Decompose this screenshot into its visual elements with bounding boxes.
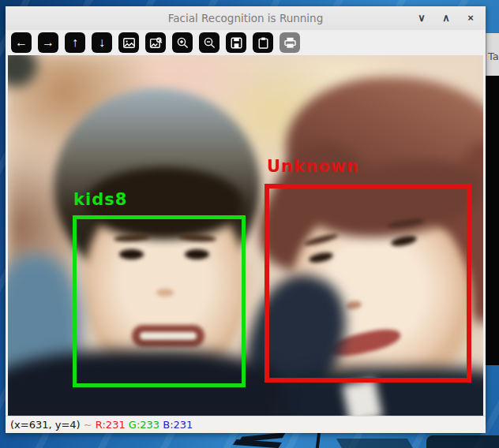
image-icon: [122, 36, 136, 50]
window-title: Facial Recognition is Running: [6, 12, 486, 24]
detection-box-unknown: [265, 184, 471, 383]
right-arrow-icon: →: [42, 36, 54, 49]
detection-label-kids8: kids8: [73, 190, 127, 209]
image-viewer-window: Facial Recognition is Running ∨ ∧ × ← → …: [6, 6, 486, 433]
zoom-in-button[interactable]: [172, 32, 193, 53]
up-button[interactable]: ↑: [65, 32, 85, 53]
print-button[interactable]: [280, 32, 300, 53]
zoom-in-icon: [176, 36, 189, 50]
up-arrow-icon: ↑: [72, 36, 78, 49]
green-value: G:233: [129, 419, 159, 431]
window-controls: ∨ ∧ ×: [415, 6, 478, 30]
status-bar: (x=631, y=4) ~ R:231 G:233 B:231: [6, 416, 486, 433]
red-value: R:231: [96, 419, 126, 431]
blue-value: B:231: [163, 419, 193, 431]
back-button[interactable]: ←: [11, 32, 32, 53]
printer-icon: [283, 36, 297, 50]
pixel-coordinates: (x=631, y=4): [10, 419, 81, 431]
background-window-title-fragment: Ta: [488, 50, 499, 62]
image-zoom-button[interactable]: [145, 32, 166, 53]
background-terminal-window-edge[interactable]: [486, 76, 499, 365]
detection-label-unknown: Unknown: [267, 157, 359, 176]
titlebar[interactable]: Facial Recognition is Running ∨ ∧ ×: [6, 6, 486, 30]
image-button[interactable]: [118, 32, 139, 53]
zoom-out-icon: [203, 36, 216, 50]
save-button[interactable]: [226, 32, 246, 53]
wallpaper-silhouette: [426, 435, 499, 448]
separator-tilde: ~: [84, 419, 92, 431]
image-zoom-icon: [149, 36, 163, 50]
photo-canvas[interactable]: kids8 Unknown: [8, 55, 483, 416]
shade-button[interactable]: ∨: [415, 11, 429, 25]
maximize-button[interactable]: ∧: [439, 11, 453, 25]
left-arrow-icon: ←: [15, 36, 28, 49]
clipboard-icon: [257, 36, 270, 50]
detection-box-kids8: [73, 215, 246, 387]
down-arrow-icon: ↓: [99, 36, 105, 49]
background-window-edge[interactable]: Ta: [486, 33, 499, 76]
down-button[interactable]: ↓: [92, 32, 112, 53]
zoom-out-button[interactable]: [199, 32, 219, 53]
save-floppy-icon: [230, 36, 243, 50]
toolbar: ← → ↑ ↓: [6, 30, 486, 55]
forward-button[interactable]: →: [38, 32, 58, 53]
close-button[interactable]: ×: [463, 11, 478, 25]
clipboard-button[interactable]: [253, 32, 273, 53]
wallpaper-silhouette: [336, 439, 414, 448]
